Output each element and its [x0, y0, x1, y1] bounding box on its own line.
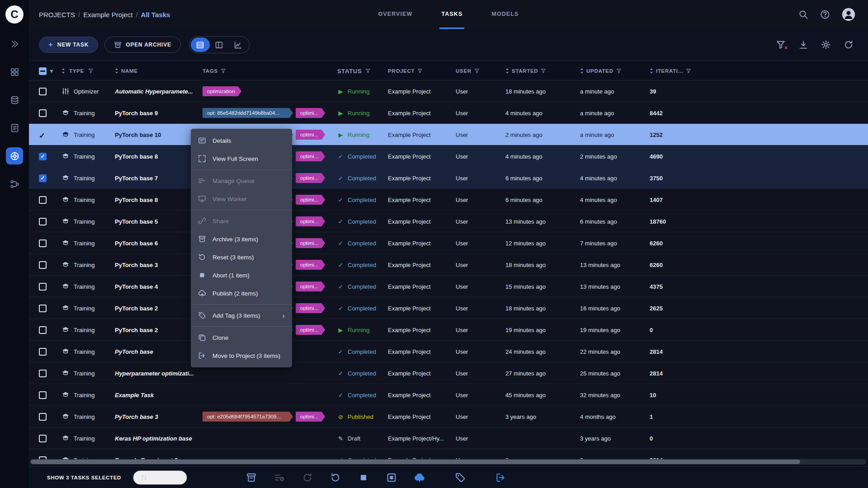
publish-button[interactable] [414, 472, 425, 483]
row-checkbox[interactable] [39, 348, 47, 356]
row-checkbox[interactable] [39, 88, 47, 95]
reset-button[interactable] [330, 472, 341, 483]
task-name[interactable]: PyTorch base 3 [115, 413, 158, 420]
tab-tasks[interactable]: TASKS [439, 0, 464, 29]
table-row[interactable]: ✓ Training PyTorch base 8 optimi... ✓ Co… [29, 145, 868, 167]
row-checkbox[interactable] [39, 109, 47, 117]
table-row[interactable]: Optimizer Automatic Hyperparamete... opt… [29, 80, 868, 102]
task-name[interactable]: Automatic Hyperparamete... [115, 88, 193, 95]
getting-started-icon[interactable] [6, 35, 23, 52]
split-view-button[interactable] [210, 38, 229, 52]
column-header-check[interactable]: ▾ [29, 61, 59, 81]
sort-icon[interactable] [61, 68, 65, 74]
row-checkbox[interactable] [39, 239, 47, 247]
filter-icon[interactable] [221, 68, 226, 74]
row-checkbox[interactable] [39, 261, 47, 269]
task-name[interactable]: PyTorch base 2 [115, 327, 158, 333]
table-row[interactable]: Training PyTorch base 2 optimi... ✓ Comp… [29, 297, 868, 319]
tab-overview[interactable]: OVERVIEW [377, 0, 415, 29]
task-name[interactable]: PyTorch base 9 [115, 110, 158, 117]
task-name[interactable]: PyTorch base 2 [115, 305, 158, 312]
abort-all-button[interactable] [386, 472, 397, 483]
auto-refresh-icon[interactable] [844, 40, 854, 50]
row-checkbox[interactable] [39, 326, 47, 334]
sort-icon[interactable] [115, 68, 118, 74]
task-name[interactable]: PyTorch base 8 [115, 153, 158, 160]
row-checkbox[interactable] [39, 413, 47, 421]
horizontal-scrollbar[interactable] [30, 459, 866, 465]
menu-item-move-to-project-3-items[interactable]: Move to Project (3 items) [191, 347, 292, 365]
table-view-button[interactable] [191, 38, 210, 52]
filter-icon[interactable] [88, 68, 94, 74]
archive-button[interactable] [246, 472, 257, 483]
clearml-logo[interactable]: C [5, 5, 24, 23]
menu-item-reset-3-items[interactable]: Reset (3 items) [191, 248, 292, 266]
filter-icon[interactable] [541, 68, 546, 74]
row-checkbox[interactable] [39, 370, 47, 377]
settings-gear-icon[interactable] [821, 40, 831, 50]
task-name[interactable]: PyTorch base 10 [115, 131, 161, 138]
breadcrumb-item[interactable]: All Tasks [141, 11, 170, 19]
table-row[interactable]: Training PyTorch base 4 optimi... ✓ Comp… [29, 276, 868, 297]
search-icon[interactable] [798, 9, 808, 19]
menu-item-clone[interactable]: Clone [191, 328, 292, 347]
column-header-type[interactable]: TYPE [59, 61, 113, 81]
table-row[interactable]: Training PyTorch base 2 optimi... ▶ Runn… [29, 319, 868, 341]
chart-view-button[interactable] [229, 38, 248, 52]
abort-button[interactable] [358, 472, 369, 483]
column-header-user[interactable]: USER [453, 61, 503, 81]
sort-icon[interactable] [505, 68, 509, 74]
table-row[interactable]: Training Keras HP optimization base ✎ Dr… [29, 427, 868, 449]
task-name[interactable]: PyTorch base 7 [115, 175, 158, 182]
breadcrumb-item[interactable]: Example Project [83, 11, 132, 19]
datasets-icon[interactable] [6, 91, 23, 108]
menu-item-view-full-screen[interactable]: View Full Screen [191, 150, 292, 168]
table-row[interactable]: Training Example Experiment 2 ✓ Complete… [29, 449, 868, 460]
table-row[interactable]: Training PyTorch base 6 optimi... ✓ Comp… [29, 232, 868, 254]
avatar[interactable] [842, 8, 855, 21]
table-row[interactable]: Training PyTorch base ✓ Completed Exampl… [29, 341, 868, 362]
pipelines-icon[interactable] [6, 175, 23, 192]
filter-icon[interactable] [417, 68, 423, 74]
row-checkbox[interactable] [39, 391, 47, 399]
task-name[interactable]: PyTorch base [115, 348, 153, 355]
column-header-updated[interactable]: UPDATED [577, 61, 647, 81]
table-row[interactable]: Training PyTorch base 9 opt: 85e5482ddd7… [29, 102, 868, 124]
menu-item-details[interactable]: Details [191, 131, 292, 150]
filter-icon[interactable] [365, 68, 371, 74]
horizontal-scrollbar-thumb[interactable] [31, 460, 800, 464]
menu-item-abort-1-item[interactable]: Abort (1 item) [191, 266, 292, 284]
column-header-tags[interactable]: TAGS [202, 61, 335, 81]
task-name[interactable]: PyTorch base 5 [115, 218, 158, 225]
column-header-iterations[interactable]: ITERATI... [647, 61, 708, 81]
row-checkbox[interactable]: ✓ [39, 131, 47, 139]
column-header-name[interactable]: NAME [113, 61, 202, 81]
table-row[interactable]: Training PyTorch base 3 opt: e205d684f79… [29, 406, 868, 427]
table-row[interactable]: Training PyTorch base 8 optimi... ✓ Comp… [29, 189, 868, 211]
column-header-project[interactable]: PROJECT [385, 61, 453, 81]
menu-item-archive-3-items[interactable]: Archive (3 items) [191, 230, 292, 248]
filter-icon[interactable] [616, 68, 622, 74]
open-archive-button[interactable]: OPEN ARCHIVE [104, 37, 181, 53]
row-checkbox[interactable] [39, 218, 47, 225]
dashboards-icon[interactable] [6, 63, 23, 80]
row-checkbox[interactable] [39, 435, 47, 442]
select-all-caret-icon[interactable]: ▾ [50, 68, 53, 74]
sort-icon[interactable] [650, 68, 653, 74]
projects-icon[interactable] [6, 147, 23, 164]
move-to-project-button[interactable] [495, 472, 506, 483]
row-checkbox[interactable] [39, 283, 47, 291]
filter-icon[interactable] [686, 68, 691, 74]
task-name[interactable]: Example Task [115, 392, 154, 399]
task-name[interactable]: PyTorch base 3 [115, 262, 158, 268]
clear-filters-icon[interactable]: × [776, 40, 786, 50]
menu-item-add-tag-3-items[interactable]: Add Tag (3 items)› [191, 306, 292, 324]
row-checkbox[interactable]: ✓ [39, 153, 47, 160]
row-checkbox[interactable] [39, 196, 47, 204]
download-icon[interactable] [798, 40, 808, 50]
table-row[interactable]: Training PyTorch base 3 optimi... ✓ Comp… [29, 254, 868, 276]
column-header-started[interactable]: STARTED [503, 61, 577, 81]
table-row[interactable]: Training Example Task ✓ Completed Exampl… [29, 384, 868, 406]
task-name[interactable]: Keras HP optimization base [115, 435, 192, 442]
table-row[interactable]: Training Hyperparameter optimizati... ✓ … [29, 362, 868, 384]
